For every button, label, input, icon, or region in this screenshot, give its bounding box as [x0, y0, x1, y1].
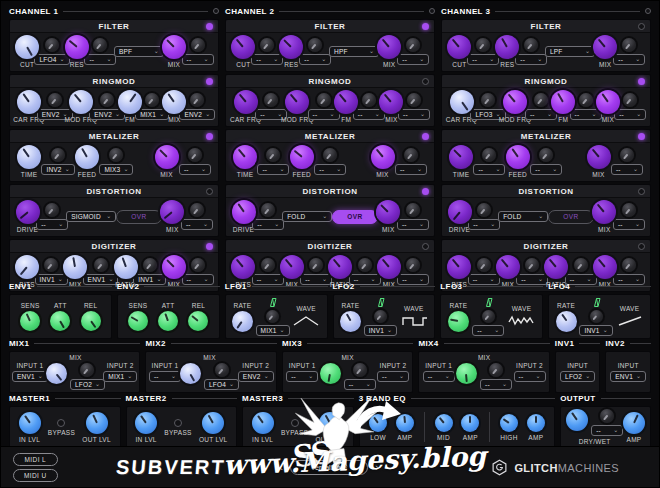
mod-source-select[interactable]: --⌄ — [467, 54, 499, 65]
mod-amount-knob[interactable] — [620, 148, 634, 162]
mod-source-select[interactable]: MIX3⌄ — [99, 164, 133, 175]
mod-amount-knob[interactable] — [109, 148, 123, 162]
mod-amount-knob[interactable] — [264, 93, 278, 107]
mod-source-select[interactable]: --⌄ — [308, 109, 340, 120]
mod-source-select[interactable]: --⌄ — [344, 379, 376, 390]
mix-knob[interactable] — [180, 363, 201, 384]
distortion-enable-led[interactable] — [206, 188, 213, 195]
feed-knob[interactable] — [506, 145, 530, 169]
low-amp-knob[interactable] — [396, 414, 414, 432]
mix-knob[interactable] — [162, 35, 186, 59]
mix-knob[interactable] — [496, 255, 520, 279]
mod-source-select[interactable]: --⌄ — [473, 164, 505, 175]
mod-source-select[interactable]: LFO4⌄ — [204, 379, 239, 390]
mod-amount-knob[interactable] — [477, 203, 491, 217]
in-level-knob[interactable] — [252, 412, 274, 434]
mod-source-select[interactable]: INV1⌄ — [579, 325, 612, 336]
time-knob[interactable] — [449, 145, 473, 169]
wave-random-icon[interactable] — [507, 314, 535, 328]
fm-knob[interactable] — [334, 90, 358, 114]
fm-knob[interactable] — [551, 90, 575, 114]
mod-amount-knob[interactable] — [45, 203, 59, 217]
drive-knob[interactable] — [232, 200, 256, 224]
mix-knob[interactable] — [456, 363, 477, 384]
ringmod-enable-led[interactable] — [206, 78, 213, 85]
mod-source-select[interactable]: --⌄ — [84, 54, 116, 65]
mod-amount-knob[interactable] — [80, 363, 94, 377]
mix-knob[interactable] — [593, 255, 617, 279]
mod-amount-knob[interactable] — [100, 93, 114, 107]
mod-amount-knob[interactable] — [323, 148, 337, 162]
mod-amount-knob[interactable] — [48, 93, 62, 107]
metalizer-enable-led[interactable] — [206, 133, 213, 140]
time-knob[interactable] — [233, 145, 257, 169]
mix-knob[interactable] — [371, 145, 395, 169]
filter-enable-led[interactable] — [638, 23, 645, 30]
feed-knob[interactable] — [75, 145, 99, 169]
time-knob[interactable] — [17, 145, 41, 169]
mod-amount-knob[interactable] — [266, 310, 279, 323]
mod-amount-knob[interactable] — [574, 258, 588, 272]
mod-amount-knob[interactable] — [622, 203, 636, 217]
res-knob[interactable] — [495, 35, 519, 59]
mod-source-select[interactable]: --⌄ — [530, 164, 562, 175]
mod-source-select[interactable]: --⌄ — [570, 109, 602, 120]
mod-source-select[interactable]: MIX1⌄ — [135, 109, 169, 120]
rel-knob[interactable] — [81, 311, 101, 331]
mod-source-select[interactable]: --⌄ — [257, 164, 289, 175]
distortion-enable-led[interactable] — [422, 188, 429, 195]
distortion-type-select[interactable]: FOLD⌄ — [498, 211, 548, 222]
midi-learn-button[interactable]: MIDI L — [13, 453, 58, 466]
mod-source-select[interactable]: --⌄ — [314, 164, 346, 175]
mod-amount-knob[interactable] — [260, 38, 274, 52]
mod-amount-knob[interactable] — [353, 363, 367, 377]
input2-select[interactable]: --⌄ — [514, 371, 546, 382]
mod-amount-knob[interactable] — [534, 93, 548, 107]
distortion-enable-led[interactable] — [638, 188, 645, 195]
mod-source-select[interactable]: --⌄ — [397, 54, 429, 65]
input2-select[interactable]: MIX1⌄ — [103, 371, 137, 382]
mod-amount-knob[interactable] — [524, 38, 538, 52]
mod-amount-knob[interactable] — [308, 38, 322, 52]
car-frq-knob[interactable] — [17, 90, 41, 114]
mix-knob[interactable] — [596, 90, 620, 114]
mod-source-select[interactable]: LFO2⌄ — [70, 379, 105, 390]
in-level-knob[interactable] — [135, 412, 157, 434]
feed-knob[interactable] — [290, 145, 314, 169]
in-level-knob[interactable] — [19, 412, 41, 434]
metalizer-enable-led[interactable] — [638, 133, 645, 140]
midi-unlearn-button[interactable]: MIDI U — [13, 469, 58, 482]
mod-amount-knob[interactable] — [309, 258, 323, 272]
mod-amount-knob[interactable] — [44, 258, 58, 272]
mix-knob[interactable] — [587, 145, 611, 169]
mod-amount-knob[interactable] — [590, 310, 603, 323]
wave-square-icon[interactable] — [400, 314, 428, 328]
mod-source-select[interactable]: ENV2⌄ — [179, 109, 215, 120]
mod-amount-knob[interactable] — [261, 203, 275, 217]
mod-amount-knob[interactable] — [477, 258, 491, 272]
output-amp-knob[interactable] — [623, 412, 645, 434]
mod-source-select[interactable]: --⌄ — [480, 379, 512, 390]
mod-source-select[interactable]: --⌄ — [613, 54, 645, 65]
out-level-knob[interactable] — [319, 412, 341, 434]
rate-knob[interactable] — [448, 311, 469, 332]
mod-source-select[interactable]: --⌄ — [179, 164, 211, 175]
wave-ramp-icon[interactable] — [616, 314, 644, 328]
distortion-type-select[interactable]: SIGMOID⌄ — [66, 211, 116, 222]
sens-knob[interactable] — [128, 311, 148, 331]
mod-source-select[interactable]: --⌄ — [353, 109, 385, 120]
bits-knob[interactable] — [15, 255, 39, 279]
channel-options-icon[interactable] — [213, 8, 219, 14]
mod-source-select[interactable]: --⌄ — [525, 109, 557, 120]
wave-triangle-icon[interactable] — [292, 314, 320, 328]
input1-select[interactable]: --⌄ — [286, 371, 318, 382]
mid-knob[interactable] — [435, 414, 453, 432]
channel-options-icon[interactable] — [429, 8, 435, 14]
ringmod-enable-led[interactable] — [638, 78, 645, 85]
mod-amount-knob[interactable] — [622, 258, 636, 272]
mod-source-select[interactable]: --⌄ — [182, 54, 214, 65]
mix-knob[interactable] — [280, 255, 304, 279]
drive-knob[interactable] — [448, 200, 472, 224]
mod-source-select[interactable]: --⌄ — [611, 164, 643, 175]
rate-knob[interactable] — [232, 311, 253, 332]
